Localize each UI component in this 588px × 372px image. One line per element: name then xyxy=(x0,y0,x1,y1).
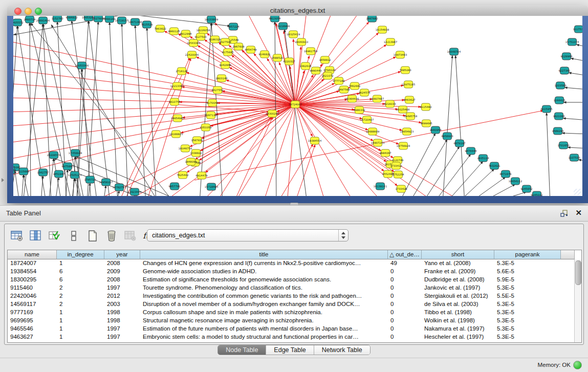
column-header-in_degree[interactable]: in_degree xyxy=(57,250,104,259)
cell-name[interactable]: 19384554 xyxy=(8,268,57,276)
cell-pagerank[interactable]: 5.3E-5 xyxy=(494,309,561,317)
cell-short[interactable]: Jankovic et al. (1997) xyxy=(422,284,494,292)
cell-pagerank[interactable]: 5.3E-5 xyxy=(494,300,561,309)
cell-short[interactable]: Yano et al. (2008) xyxy=(422,259,494,268)
cell-out_de[interactable]: 0 xyxy=(388,300,422,309)
cell-pagerank[interactable]: 5.3E-5 xyxy=(494,317,561,325)
cell-year[interactable]: 2008 xyxy=(104,276,140,284)
cell-pagerank[interactable]: 5.3E-5 xyxy=(494,333,561,341)
cell-in_degree[interactable]: 1 xyxy=(57,333,104,341)
network-window-titlebar[interactable]: citations_edges.txt xyxy=(7,5,588,16)
cell-title[interactable]: Disruption of a novel member of a sodium… xyxy=(140,300,388,309)
cell-in_degree[interactable]: 1 xyxy=(57,325,104,333)
cell-out_de[interactable]: 0 xyxy=(388,268,422,276)
table-row[interactable]: 946554611997Estimation of the future num… xyxy=(8,325,581,333)
cell-in_degree[interactable]: 1 xyxy=(57,317,104,325)
delete-table-icon[interactable] xyxy=(123,229,138,243)
cell-short[interactable]: Nakamura et al. (1997) xyxy=(422,325,494,333)
cell-pagerank[interactable]: 5.3E-5 xyxy=(494,325,561,333)
cell-out_de[interactable]: 0 xyxy=(388,292,422,300)
cell-name[interactable]: 9115460 xyxy=(8,284,57,292)
network-table-combo[interactable]: citations_edges.txt xyxy=(147,229,349,242)
node-table-header[interactable]: namein_degreeyeartitle△ out_de…shortpage… xyxy=(8,250,581,259)
cell-title[interactable]: Embryonic stem cells: a model to study s… xyxy=(140,333,388,341)
cell-in_degree[interactable]: 1 xyxy=(57,309,104,317)
cell-title[interactable]: Estimation of the future numbers of pati… xyxy=(140,325,388,333)
cell-pagerank[interactable]: 5.3E-5 xyxy=(494,284,561,292)
node-table-body[interactable]: 1872400712008Changes of HCN gene express… xyxy=(8,259,581,341)
cell-year[interactable]: 2003 xyxy=(104,300,140,309)
cell-year[interactable]: 2012 xyxy=(104,292,140,300)
citation-network-graph[interactable]: 9405572249371420691406115276093848121065… xyxy=(13,16,582,196)
cell-name[interactable]: 14569117 xyxy=(8,300,57,309)
rows-icon[interactable] xyxy=(67,229,81,243)
network-canvas[interactable]: 9405572249371420691406115276093848121065… xyxy=(13,16,582,196)
table-settings-icon[interactable] xyxy=(10,229,24,243)
cell-title[interactable]: Tourette syndrome. Phenomenology and cla… xyxy=(140,284,388,292)
node-table[interactable]: namein_degreeyeartitle△ out_de…shortpage… xyxy=(7,250,582,343)
memory-ok-icon[interactable] xyxy=(573,361,582,369)
cell-name[interactable]: 18300295 xyxy=(8,276,57,284)
cell-pagerank[interactable]: 5.3E-5 xyxy=(494,259,561,268)
column-header-title[interactable]: title xyxy=(140,250,388,259)
cell-in_degree[interactable]: 2 xyxy=(57,284,104,292)
table-row[interactable]: 1938455462009Genome-wide association stu… xyxy=(8,268,581,276)
cell-title[interactable]: Investigating the contribution of common… xyxy=(140,292,388,300)
column-header-pagerank[interactable]: pagerank xyxy=(494,250,561,259)
table-row[interactable]: 911546021997Tourette syndrome. Phenomeno… xyxy=(8,284,581,292)
resize-grip-icon[interactable] xyxy=(574,189,581,195)
cell-year[interactable]: 1998 xyxy=(104,309,140,317)
table-row[interactable]: 969969511998Structural magnetic resonanc… xyxy=(8,317,581,325)
cell-year[interactable]: 1997 xyxy=(104,284,140,292)
close-panel-icon[interactable]: ✕ xyxy=(575,208,582,217)
cell-out_de[interactable]: 0 xyxy=(388,317,422,325)
cell-short[interactable]: Wolkin et al. (1998) xyxy=(422,317,494,325)
cell-title[interactable]: Changes of HCN gene expression and I(f) … xyxy=(140,259,388,268)
cell-title[interactable]: Structural magnetic resonance image aver… xyxy=(140,317,388,325)
cell-out_de[interactable]: 0 xyxy=(388,333,422,341)
cell-pagerank[interactable]: 5.9E-5 xyxy=(494,276,561,284)
cell-short[interactable]: Dudbridge et al. (2008) xyxy=(422,276,494,284)
cell-in_degree[interactable]: 2 xyxy=(57,300,104,309)
table-scrollbar-thumb[interactable] xyxy=(575,260,581,285)
cell-year[interactable]: 1998 xyxy=(104,317,140,325)
cell-title[interactable]: Corpus callosum shape and size in male p… xyxy=(140,309,388,317)
select-column-icon[interactable] xyxy=(29,229,43,243)
import-table-icon[interactable] xyxy=(48,229,62,243)
collapsed-panel-arrow[interactable] xyxy=(2,178,4,182)
tab-network-table[interactable]: Network Table xyxy=(314,345,370,355)
tab-node-table[interactable]: Node Table xyxy=(218,345,266,355)
table-row[interactable]: 1456911722003Disruption of a novel membe… xyxy=(8,300,581,309)
cell-short[interactable]: Franke et al. (2009) xyxy=(422,268,494,276)
combo-stepper-icon[interactable] xyxy=(338,230,348,241)
cell-out_de[interactable]: 0 xyxy=(388,309,422,317)
cell-in_degree[interactable]: 6 xyxy=(57,276,104,284)
table-row[interactable]: 1830029562008Estimation of significance … xyxy=(8,276,581,284)
cell-title[interactable]: Genome-wide association studies in ADHD. xyxy=(140,268,388,276)
cell-pagerank[interactable]: 5.5E-5 xyxy=(494,292,561,300)
cell-name[interactable]: 22420046 xyxy=(8,292,57,300)
cell-in_degree[interactable]: 2 xyxy=(57,292,104,300)
cell-short[interactable]: Stergiakouli et al. (2012) xyxy=(422,292,494,300)
table-row[interactable]: 1872400712008Changes of HCN gene express… xyxy=(8,259,581,268)
cell-name[interactable]: 9463627 xyxy=(8,333,57,341)
cell-year[interactable]: 1997 xyxy=(104,325,140,333)
table-scrollbar[interactable] xyxy=(574,259,581,342)
cell-year[interactable]: 1997 xyxy=(104,333,140,341)
cell-short[interactable]: Tibbo et al. (1998) xyxy=(422,309,494,317)
cell-in_degree[interactable]: 1 xyxy=(57,259,104,268)
new-document-icon[interactable] xyxy=(85,229,100,243)
cell-pagerank[interactable]: 5.6E-5 xyxy=(494,268,561,276)
cell-name[interactable]: 18724007 xyxy=(8,259,57,268)
table-row[interactable]: 2242004622012Investigating the contribut… xyxy=(8,292,581,300)
column-header-name[interactable]: name xyxy=(8,250,57,259)
cell-in_degree[interactable]: 6 xyxy=(57,268,104,276)
cell-year[interactable]: 2008 xyxy=(104,259,140,268)
table-row[interactable]: 977716911998Corpus callosum shape and si… xyxy=(8,309,581,317)
tab-edge-table[interactable]: Edge Table xyxy=(266,345,314,355)
cell-short[interactable]: de Silva et al. (2003) xyxy=(422,300,494,309)
cell-out_de[interactable]: 49 xyxy=(388,259,422,268)
cell-name[interactable]: 9465546 xyxy=(8,325,57,333)
cell-title[interactable]: Estimation of significance thresholds fo… xyxy=(140,276,388,284)
cell-short[interactable]: Hescheler et al. (1997) xyxy=(422,333,494,341)
